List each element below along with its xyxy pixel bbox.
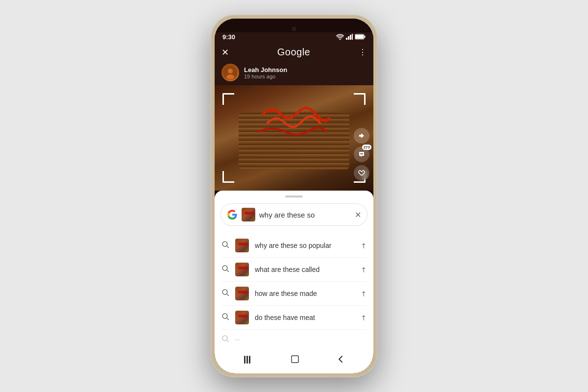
suggestion-item[interactable]: why are these so popular ↗: [215, 234, 373, 257]
user-bar: Leah Johnson 19 hours ago: [215, 62, 373, 85]
suggestion-thumb: [235, 311, 249, 324]
suggestion-text: why are these so popular: [255, 242, 355, 249]
avatar: [221, 64, 239, 81]
search-icon: [221, 241, 229, 250]
svg-rect-26: [249, 356, 250, 364]
svg-rect-27: [292, 356, 298, 363]
svg-line-23: [227, 340, 229, 342]
suggestion-arrow-icon: ↗: [359, 289, 368, 298]
status-icons: [336, 34, 366, 41]
user-time: 19 hours ago: [244, 74, 287, 79]
suggestion-thumb: [235, 239, 249, 252]
search-icon: [221, 313, 229, 322]
partial-text: --: [235, 336, 240, 343]
suggestion-text: do these have meat: [255, 314, 355, 321]
suggestion-item[interactable]: what are these called ↗: [215, 258, 373, 281]
search-thumbnail: [242, 208, 255, 221]
svg-point-12: [361, 153, 362, 154]
share-button[interactable]: [354, 128, 369, 144]
svg-point-16: [222, 266, 227, 270]
suggestion-arrow-icon: ↗: [359, 313, 368, 322]
svg-point-11: [360, 153, 361, 154]
battery-icon: [355, 34, 366, 41]
suggestion-item[interactable]: do these have meat ↗: [215, 306, 373, 329]
nav-back-button[interactable]: [337, 354, 345, 367]
camera-bar: [215, 19, 373, 32]
suggestion-arrow-icon: ↗: [359, 241, 368, 250]
nav-bar: [215, 349, 373, 373]
google-g-icon: [227, 209, 238, 220]
svg-line-15: [227, 246, 229, 248]
google-logo: Google: [277, 47, 311, 58]
food-image-area: 273: [215, 85, 373, 191]
camera-dot: [292, 26, 296, 31]
suggestion-thumb: [235, 287, 249, 300]
search-clear-button[interactable]: ✕: [355, 210, 361, 220]
svg-rect-6: [355, 35, 364, 39]
svg-line-17: [227, 270, 229, 272]
suggestion-item-partial: --: [215, 330, 373, 349]
close-button[interactable]: ✕: [221, 47, 229, 58]
svg-point-22: [222, 336, 227, 341]
app-header: ✕ Google ⋮: [215, 43, 373, 62]
svg-line-19: [227, 294, 229, 296]
nav-menu-button[interactable]: [243, 355, 253, 366]
suggestion-thumb: [235, 263, 249, 276]
comment-count: 273: [362, 145, 371, 150]
search-input[interactable]: why are these so: [259, 211, 351, 219]
wifi-icon: [336, 34, 344, 41]
like-button[interactable]: [354, 165, 369, 181]
svg-rect-3: [352, 34, 353, 40]
sheet-handle: [285, 196, 303, 197]
svg-marker-10: [359, 133, 364, 138]
suggestion-item[interactable]: how are these made ↗: [215, 282, 373, 305]
svg-point-18: [222, 290, 227, 294]
signal-icon: [346, 34, 353, 41]
more-options-button[interactable]: ⋮: [359, 48, 367, 57]
food-visual: 273: [215, 85, 373, 191]
svg-point-8: [228, 69, 233, 74]
svg-rect-24: [244, 356, 245, 364]
svg-point-9: [226, 74, 234, 79]
svg-point-14: [222, 242, 227, 246]
user-info: Leah Johnson 19 hours ago: [244, 66, 287, 79]
nav-home-button[interactable]: [290, 354, 300, 367]
phone-screen: 9:30: [215, 19, 373, 373]
search-bar[interactable]: why are these so ✕: [220, 203, 368, 226]
suggestion-text: how are these made: [255, 290, 355, 297]
search-icon: [221, 289, 229, 298]
svg-rect-2: [350, 35, 351, 40]
svg-rect-25: [246, 356, 248, 364]
phone-device: 9:30: [211, 15, 377, 377]
search-icon: [221, 265, 229, 274]
svg-rect-0: [346, 38, 347, 40]
suggestion-list: why are these so popular ↗ what are thes…: [215, 234, 373, 349]
bottom-sheet: why are these so ✕ why are these so popu…: [215, 191, 373, 349]
svg-point-13: [362, 153, 363, 154]
side-actions: 273: [354, 128, 369, 181]
status-time: 9:30: [222, 33, 235, 41]
user-name: Leah Johnson: [244, 66, 287, 74]
svg-point-20: [222, 314, 227, 318]
suggestion-text: what are these called: [255, 266, 355, 273]
search-icon: [221, 335, 229, 344]
suggestion-arrow-icon: ↗: [359, 265, 368, 274]
svg-rect-5: [365, 35, 366, 38]
status-bar: 9:30: [215, 32, 373, 43]
comment-button[interactable]: 273: [354, 147, 369, 162]
svg-rect-1: [348, 36, 349, 40]
svg-line-21: [227, 318, 229, 320]
